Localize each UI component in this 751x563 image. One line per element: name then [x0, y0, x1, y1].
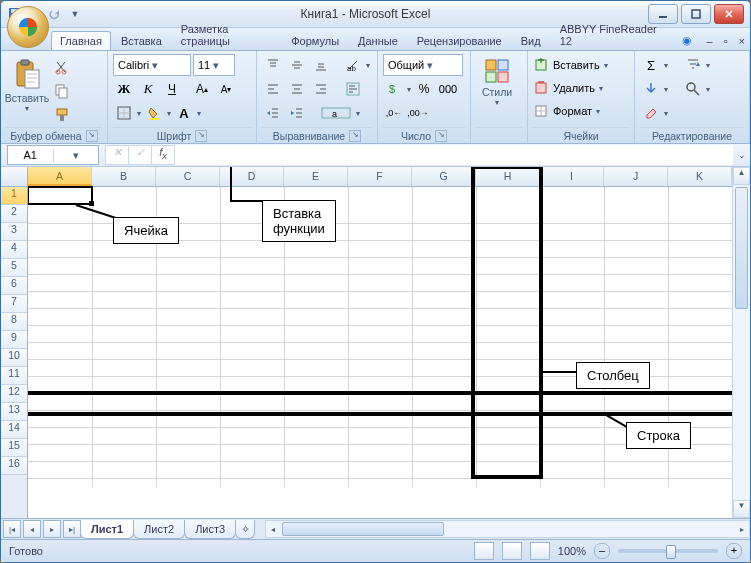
clear-icon[interactable] — [640, 102, 662, 124]
tab-page-layout[interactable]: Разметка страницы — [172, 19, 281, 50]
row-header-11[interactable]: 11 — [1, 367, 27, 385]
row-header-1[interactable]: 1 — [1, 187, 27, 205]
select-all-corner[interactable] — [1, 167, 27, 187]
col-header-I[interactable]: I — [540, 167, 604, 186]
decrease-indent-icon[interactable] — [262, 102, 284, 124]
find-icon[interactable] — [682, 78, 704, 100]
qat-customize-icon[interactable]: ▼ — [67, 6, 83, 22]
orientation-icon[interactable]: ab — [342, 54, 364, 76]
font-name-combo[interactable]: Calibri▾ — [113, 54, 191, 76]
paste-button[interactable]: Вставить ▾ — [6, 54, 48, 125]
comma-icon[interactable]: 000 — [437, 78, 459, 100]
row-header-4[interactable]: 4 — [1, 241, 27, 259]
sheet-tab-3[interactable]: Лист3 — [184, 520, 236, 539]
row-header-13[interactable]: 13 — [1, 403, 27, 421]
cancel-formula-icon[interactable]: ✕ — [106, 146, 129, 164]
tab-data[interactable]: Данные — [349, 31, 407, 50]
zoom-in-icon[interactable]: + — [726, 543, 742, 559]
cells-format-button[interactable]: Формат▾ — [533, 100, 600, 122]
sheet-tab-new[interactable]: ✧ — [235, 520, 255, 539]
office-button[interactable] — [7, 6, 49, 48]
tab-review[interactable]: Рецензирование — [408, 31, 511, 50]
styles-button[interactable]: Стили ▾ — [476, 54, 518, 125]
tab-abbyy[interactable]: ABBYY FineReader 12 — [551, 19, 672, 50]
tab-formulas[interactable]: Формулы — [282, 31, 348, 50]
row-header-12[interactable]: 12 — [1, 385, 27, 403]
row-header-5[interactable]: 5 — [1, 259, 27, 277]
view-page-break-icon[interactable] — [530, 542, 550, 560]
qat-redo-icon[interactable] — [47, 6, 63, 22]
decrease-decimal-icon[interactable]: ,00→ — [407, 102, 429, 124]
row-header-3[interactable]: 3 — [1, 223, 27, 241]
increase-indent-icon[interactable] — [286, 102, 308, 124]
maximize-button[interactable] — [681, 4, 711, 24]
number-format-combo[interactable]: Общий▾ — [383, 54, 463, 76]
sort-filter-icon[interactable] — [682, 54, 704, 76]
zoom-level[interactable]: 100% — [558, 545, 586, 557]
help-button[interactable]: ◉ — [673, 30, 701, 50]
row-header-10[interactable]: 10 — [1, 349, 27, 367]
sheet-nav-first-icon[interactable]: |◂ — [3, 520, 21, 538]
zoom-slider[interactable] — [618, 549, 718, 553]
align-right-icon[interactable] — [310, 78, 332, 100]
sheet-nav-prev-icon[interactable]: ◂ — [23, 520, 41, 538]
currency-icon[interactable]: $ — [383, 78, 405, 100]
grow-font-icon[interactable]: A▴ — [191, 78, 213, 100]
row-header-7[interactable]: 7 — [1, 295, 27, 313]
col-header-G[interactable]: G — [412, 167, 476, 186]
number-dialog-icon[interactable]: ↘ — [435, 130, 447, 142]
fill-icon[interactable] — [640, 78, 662, 100]
col-header-J[interactable]: J — [604, 167, 668, 186]
copy-icon[interactable] — [51, 80, 73, 102]
align-bottom-icon[interactable] — [310, 54, 332, 76]
format-painter-icon[interactable] — [51, 104, 73, 126]
align-left-icon[interactable] — [262, 78, 284, 100]
expand-formula-icon[interactable]: ⌄ — [733, 150, 750, 160]
cells-insert-button[interactable]: Вставить▾ — [533, 54, 608, 76]
row-header-2[interactable]: 2 — [1, 205, 27, 223]
col-header-F[interactable]: F — [348, 167, 412, 186]
mdi-minimize[interactable]: – — [702, 31, 718, 50]
insert-function-icon[interactable]: fx — [152, 146, 175, 164]
row-header-8[interactable]: 8 — [1, 313, 27, 331]
borders-icon[interactable] — [113, 102, 135, 124]
underline-icon[interactable]: Ч — [161, 78, 183, 100]
clipboard-dialog-icon[interactable]: ↘ — [86, 130, 98, 142]
sheet-tab-2[interactable]: Лист2 — [133, 520, 185, 539]
align-top-icon[interactable] — [262, 54, 284, 76]
fill-color-icon[interactable] — [143, 102, 165, 124]
sheet-tab-1[interactable]: Лист1 — [80, 520, 134, 539]
wrap-text-icon[interactable] — [342, 78, 364, 100]
tab-view[interactable]: Вид — [512, 31, 550, 50]
mdi-close[interactable]: × — [734, 31, 750, 50]
merge-icon[interactable]: a — [318, 102, 354, 124]
col-header-K[interactable]: K — [668, 167, 732, 186]
close-button[interactable] — [714, 4, 744, 24]
align-middle-icon[interactable] — [286, 54, 308, 76]
zoom-out-icon[interactable]: – — [594, 543, 610, 559]
tab-insert[interactable]: Вставка — [112, 31, 171, 50]
font-dialog-icon[interactable]: ↘ — [195, 130, 207, 142]
tab-home[interactable]: Главная — [51, 31, 111, 50]
font-size-combo[interactable]: 11▾ — [193, 54, 235, 76]
col-header-E[interactable]: E — [284, 167, 348, 186]
autosum-icon[interactable]: Σ — [640, 54, 662, 76]
name-box[interactable]: A1▾ — [7, 145, 99, 165]
percent-icon[interactable]: % — [413, 78, 435, 100]
sheet-nav-next-icon[interactable]: ▸ — [43, 520, 61, 538]
increase-decimal-icon[interactable]: ,0← — [383, 102, 405, 124]
enter-formula-icon[interactable]: ✓ — [129, 146, 152, 164]
shrink-font-icon[interactable]: A▾ — [215, 78, 237, 100]
row-header-16[interactable]: 16 — [1, 457, 27, 475]
alignment-dialog-icon[interactable]: ↘ — [349, 130, 361, 142]
col-header-A[interactable]: A — [28, 167, 92, 186]
view-page-layout-icon[interactable] — [502, 542, 522, 560]
horizontal-scrollbar[interactable]: ◂▸ — [265, 520, 750, 538]
sheet-nav-last-icon[interactable]: ▸| — [63, 520, 81, 538]
font-color-icon[interactable]: A — [173, 102, 195, 124]
italic-icon[interactable]: К — [137, 78, 159, 100]
view-normal-icon[interactable] — [474, 542, 494, 560]
row-header-14[interactable]: 14 — [1, 421, 27, 439]
align-center-icon[interactable] — [286, 78, 308, 100]
col-header-B[interactable]: B — [92, 167, 156, 186]
